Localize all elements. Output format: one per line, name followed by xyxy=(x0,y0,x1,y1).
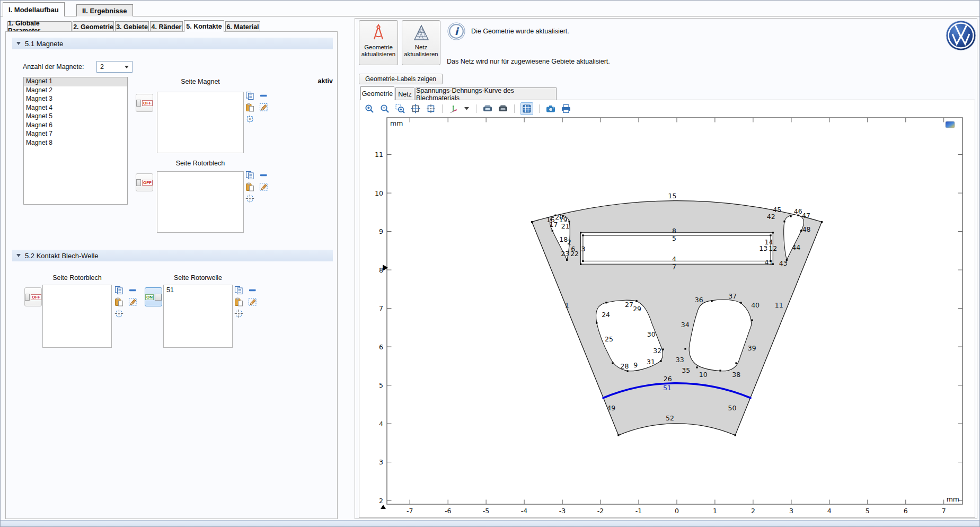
plot-region[interactable]: 1234567891011121314151617181920212223242… xyxy=(359,116,974,517)
kontakt-rotorblech-toggle[interactable]: OFF xyxy=(24,287,42,306)
comsol-corner-icon[interactable] xyxy=(946,121,955,128)
tab-globale-parameter[interactable]: 1. Globale Parameter xyxy=(7,21,72,32)
svg-text:-5: -5 xyxy=(483,507,489,515)
svg-text:15: 15 xyxy=(668,192,676,200)
tab-material[interactable]: 6. Material xyxy=(225,21,260,32)
selection-item-51[interactable]: 51 xyxy=(164,285,232,295)
collapse-triangle-icon xyxy=(16,42,21,45)
snapshot-camera-icon[interactable] xyxy=(545,103,556,114)
copy-selection-icon[interactable] xyxy=(234,286,243,297)
section-magnete-header[interactable]: 5.1 Magnete xyxy=(12,38,333,49)
section-kontakt-header[interactable]: 5.2 Kontakt Blech-Welle xyxy=(12,250,333,261)
zoom-to-selection-icon[interactable] xyxy=(234,309,243,320)
svg-text:2: 2 xyxy=(751,507,755,515)
kontakt-rotorblech-selection-box[interactable] xyxy=(42,285,112,348)
svg-text:31: 31 xyxy=(647,358,655,366)
seite-magnet-toggle[interactable]: OFF xyxy=(136,94,153,112)
magnet-list-item[interactable]: Magnet 5 xyxy=(24,112,127,121)
clear-selection-icon[interactable] xyxy=(128,297,137,309)
application-window: I. Modellaufbau II. Ergebnisse 1. Global… xyxy=(0,0,980,527)
unit-label-bottom: mm xyxy=(947,495,959,503)
tab-gebiete[interactable]: 3. Gebiete xyxy=(115,21,149,32)
image-export-icon[interactable] xyxy=(498,103,508,114)
svg-text:9: 9 xyxy=(633,361,638,369)
svg-text:42: 42 xyxy=(767,213,775,221)
zoom-to-selection-icon[interactable] xyxy=(114,309,123,320)
toggle-square xyxy=(25,294,30,301)
svg-text:44: 44 xyxy=(792,243,800,251)
graphics-tab-spannungs-kurve[interactable]: Spannungs-Dehnungs-Kurve des Blechmateri… xyxy=(416,87,557,100)
aktiv-label: aktiv xyxy=(304,77,333,85)
kontakt-rotorblech-selection-tools xyxy=(114,285,137,320)
view-dropdown-caret-icon[interactable] xyxy=(464,103,470,114)
graphics-tab-netz[interactable]: Netz xyxy=(395,87,414,100)
tab-raender[interactable]: 4. Ränder xyxy=(150,21,183,32)
paste-selection-icon[interactable] xyxy=(234,297,243,309)
magnet-list-item[interactable]: Magnet 8 xyxy=(24,139,127,148)
update-mesh-button[interactable]: Netz aktualisieren xyxy=(402,20,440,65)
tab-modellaufbau[interactable]: I. Modellaufbau xyxy=(3,2,65,16)
zoom-to-selection-icon[interactable] xyxy=(245,115,254,126)
seite-rotorblech-toggle[interactable]: OFF xyxy=(136,173,153,191)
magnet-list-item[interactable]: Magnet 4 xyxy=(24,104,127,113)
copy-selection-icon[interactable] xyxy=(245,91,254,102)
zoom-to-selection-icon[interactable] xyxy=(426,103,436,114)
svg-text:14: 14 xyxy=(764,238,773,246)
paste-selection-icon[interactable] xyxy=(245,182,254,194)
tab-ergebnisse[interactable]: II. Ergebnisse xyxy=(76,4,133,16)
toggle-state-label: OFF xyxy=(142,100,153,106)
magnet-list-item[interactable]: Magnet 7 xyxy=(24,130,127,139)
clear-selection-icon[interactable] xyxy=(248,297,257,309)
kontakt-rotorwelle-toggle[interactable]: ON xyxy=(145,287,162,306)
zoom-box-icon[interactable] xyxy=(395,103,405,114)
axis-origin-marker xyxy=(381,505,386,509)
update-geometry-button[interactable]: Geometrie aktualisieren xyxy=(359,20,398,65)
geometry-plot[interactable]: 1234567891011121314151617181920212223242… xyxy=(359,116,974,517)
magnet-list-item[interactable]: Magnet 3 xyxy=(24,95,127,104)
zoom-extents-icon[interactable] xyxy=(410,103,421,114)
svg-text:45: 45 xyxy=(773,206,781,214)
print-icon[interactable] xyxy=(561,103,571,114)
show-geometry-labels-button[interactable]: Geometrie-Labels zeigen xyxy=(359,74,443,84)
remove-selection-icon[interactable] xyxy=(129,286,137,296)
kontakt-rotorwelle-selection-box[interactable]: 51 xyxy=(163,285,233,348)
svg-text:24: 24 xyxy=(602,311,610,319)
kontakt-rotorwelle-selection-tools xyxy=(234,285,257,320)
zoom-out-icon[interactable] xyxy=(379,103,390,114)
remove-selection-icon[interactable] xyxy=(249,286,257,296)
svg-text:40: 40 xyxy=(751,301,760,309)
remove-selection-icon[interactable] xyxy=(260,171,268,181)
svg-text:39: 39 xyxy=(748,344,756,352)
tab-geometrie[interactable]: 2. Geometrie xyxy=(73,21,114,32)
tab-kontakte[interactable]: 5. Kontakte xyxy=(184,20,224,32)
svg-text:10: 10 xyxy=(699,371,708,379)
clear-selection-icon[interactable] xyxy=(259,182,268,194)
image-copy-icon[interactable] xyxy=(482,103,493,114)
seite-magnet-selection-box[interactable] xyxy=(157,92,244,153)
zoom-to-selection-icon[interactable] xyxy=(245,194,254,205)
copy-selection-icon[interactable] xyxy=(114,286,123,297)
magnet-list-item[interactable]: Magnet 1 xyxy=(24,77,127,86)
anzahl-magnete-dropdown[interactable]: 2 xyxy=(96,61,133,73)
magnet-list-item[interactable]: Magnet 6 xyxy=(24,121,127,130)
remove-selection-icon[interactable] xyxy=(260,92,268,102)
copy-selection-icon[interactable] xyxy=(245,171,254,182)
magnet-list-item[interactable]: Magnet 2 xyxy=(24,86,127,95)
svg-text:27: 27 xyxy=(625,301,633,309)
kontakt-rotorblech-title: Seite Rotorblech xyxy=(42,274,112,282)
default-view-icon[interactable] xyxy=(448,103,459,114)
seite-rotorblech-selection-box[interactable] xyxy=(157,171,244,233)
svg-text:21: 21 xyxy=(561,222,570,230)
magnet-pocket-inner[interactable] xyxy=(583,235,771,261)
svg-text:11: 11 xyxy=(775,301,783,309)
clear-selection-icon[interactable] xyxy=(259,103,268,114)
grid-toggle-icon[interactable] xyxy=(520,102,533,115)
paste-selection-icon[interactable] xyxy=(245,103,254,114)
magnet-list[interactable]: Magnet 1Magnet 2Magnet 3Magnet 4Magnet 5… xyxy=(23,77,128,205)
svg-text:4: 4 xyxy=(379,420,383,428)
svg-text:4: 4 xyxy=(827,507,832,515)
paste-selection-icon[interactable] xyxy=(114,297,123,309)
zoom-in-icon[interactable] xyxy=(364,103,375,114)
graphics-tab-geometrie[interactable]: Geometrie xyxy=(360,86,394,100)
main-tab-line xyxy=(1,16,980,16)
